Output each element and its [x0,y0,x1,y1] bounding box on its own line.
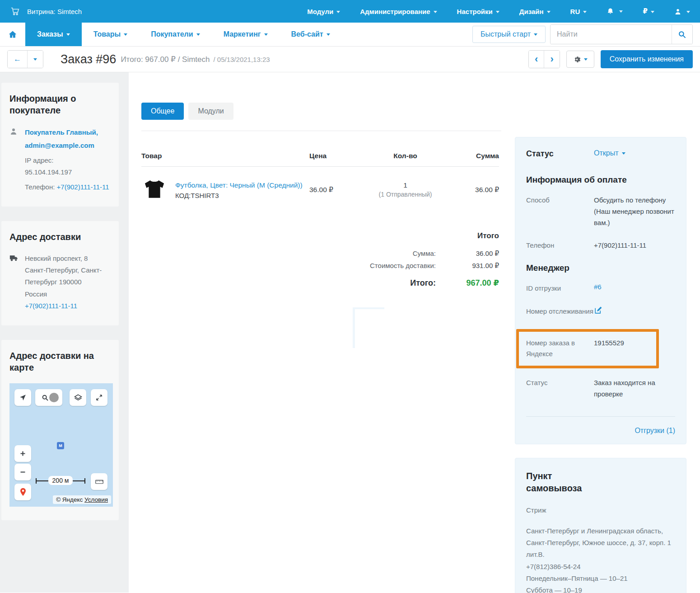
chevron-down-icon [583,11,587,13]
menu-modules[interactable]: Модули [307,8,340,15]
phone-label: Телефон: [25,183,55,191]
home-icon [8,30,17,39]
shipping-address-panel: Адрес доставки Невский проспект, 8 Санкт… [1,221,119,325]
address-line-3: Россия [25,290,47,298]
nav-website[interactable]: Веб-сайт [280,23,342,46]
product-qty-note: (1 Отправленный) [364,191,447,198]
map-fullscreen-button[interactable] [91,389,107,406]
product-code: КОД:TSHIRT3 [175,192,303,199]
menu-administration[interactable]: Администрирование [360,8,437,15]
pickup-hours-saturday: Суббота — 10–19 [526,586,582,593]
customer-name-link[interactable]: Покупатель Главный, [25,128,98,136]
nav-marketing[interactable]: Маркетинг [212,23,280,46]
page-title: Заказ #96 [61,52,116,66]
products-table: Товар Цена Кол-во Сумма Футболка, Цвет: … [141,152,499,212]
notifications-menu[interactable] [607,7,623,16]
totals-row-shipping: Стоимость доставки: 931.00 ₽ [345,262,499,270]
payment-phone-row: Телефон +7(902)111-11-11 [526,240,675,251]
account-menu[interactable] [674,7,690,15]
layers-icon [74,394,82,402]
search-button[interactable] [672,25,692,44]
map-scale-label: 200 м [48,476,73,485]
navigation-arrow-icon [19,394,27,401]
map-locate-button[interactable] [14,389,31,406]
prev-order-button[interactable]: ‹ [529,51,544,68]
edit-tracking-button[interactable] [594,306,602,314]
nav-orders[interactable]: Заказы [25,23,82,46]
pickup-point-panel: Пункт самовывоза Стриж Санкт-Петербург и… [515,458,686,593]
currency-menu[interactable]: ₽ [643,7,654,15]
order-date: / 05/13/2021,13:23 [214,56,270,63]
map-ruler-button[interactable] [91,473,107,490]
shipment-id-link[interactable]: #6 [594,283,602,291]
pickup-phone: +7(812)386-54-24 [526,563,581,570]
nav-products[interactable]: Товары [82,23,140,46]
manager-title: Менеджер [526,263,675,273]
chevron-left-icon: ‹ [535,53,538,65]
chevron-right-icon: › [550,53,553,65]
status-dropdown[interactable]: Открыт [594,149,625,157]
edit-icon [594,306,602,315]
product-name-link[interactable]: Футболка, Цвет: Черный (М (Средний)) [175,181,303,189]
settings-gear-button[interactable] [566,51,594,68]
pickup-address: Санкт-Петербург и Ленинградская область,… [526,527,671,559]
chevron-down-icon [686,11,690,13]
pickup-hours-weekdays: Понедельник–Пятница — 10–21 [526,574,628,582]
shipping-phone-link[interactable]: +7(902)111-11-11 [25,302,77,310]
chevron-down-icon [336,11,340,13]
yandex-order-highlight: Номер заказа в Яндексе 19155529 [516,329,659,369]
chevron-down-icon [196,33,200,36]
product-sum: 36.00 ₽ [447,186,499,194]
save-button[interactable]: Сохранить изменения [601,50,693,68]
tab-general[interactable]: Общее [141,103,184,120]
topbar: Витрина: Simtech Модули Администрировани… [0,0,700,23]
menu-settings[interactable]: Настройки [457,8,499,15]
customer-email-link[interactable]: admin@example.com [25,141,94,149]
map-search-button[interactable] [35,389,62,406]
map-poi-icon[interactable]: M [57,442,64,449]
menu-design[interactable]: Дизайн [519,8,551,15]
quick-start-button[interactable]: Быстрый старт [472,26,546,43]
map-zoom-out-button[interactable] [14,464,31,480]
truck-icon [9,253,19,312]
ruler-icon [95,479,103,485]
check-status-row: Статус Заказ находится на проверке [526,377,675,400]
address-line-1: Невский проспект, 8 [25,254,88,262]
tshirt-image [142,178,167,202]
chevron-down-icon [327,33,330,36]
cart-icon[interactable] [10,6,20,16]
map-terms-link[interactable]: Условия [84,496,108,503]
ip-label: IP адрес: [25,156,54,164]
chevron-down-icon [619,10,623,13]
map-copyright: © Яндекс Условия [53,495,111,504]
status-panel-divider [526,416,675,417]
decorative-corner [353,307,384,348]
location-pin-icon [19,488,27,496]
menu-language[interactable]: RU [570,8,587,15]
map-layers-button[interactable] [70,389,86,406]
order-subtitle: Итого: 967.00 ₽ / Simtech [121,55,210,64]
back-dropdown-button[interactable] [27,51,43,68]
next-order-button[interactable]: › [544,51,559,68]
home-button[interactable] [0,23,25,46]
status-panel: Статус Открыт Информация об оплате Спосо… [515,137,686,444]
col-sum: Сумма [447,152,499,160]
yandex-map[interactable]: M 200 м © Яндекс [9,383,113,507]
shipments-link[interactable]: Отгрузки (1) [635,427,675,434]
tab-addons[interactable]: Модули [188,103,233,120]
nav-customers[interactable]: Покупатели [139,23,211,46]
search-input[interactable] [551,25,672,44]
store-label[interactable]: Витрина: Simtech [27,8,82,15]
chevron-down-icon [547,11,551,13]
search-icon [678,30,686,39]
chevron-down-icon [651,11,654,13]
totals-heading: Итого [345,231,499,240]
order-main: Общее Модули Товар Цена Кол-во Сумма Фут… [129,72,515,593]
map-zoom-in-button[interactable] [14,445,31,462]
main-navbar: Заказы Товары Покупатели Маркетинг Веб-с… [0,23,700,47]
map-pin-button[interactable] [14,484,31,500]
payment-method-row: Способ Обсудить по телефону (Наш менедже… [526,195,675,228]
back-button[interactable]: ← [8,51,27,68]
plus-icon [19,450,26,457]
customer-phone-link[interactable]: +7(902)111-11-11 [57,183,109,191]
